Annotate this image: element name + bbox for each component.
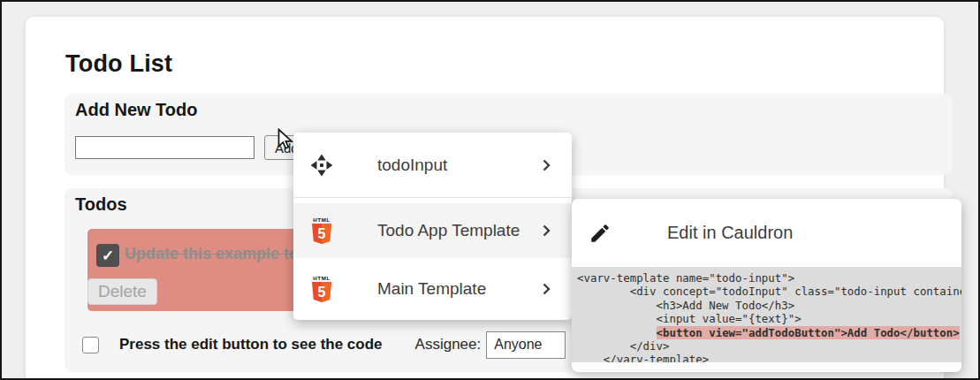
svg-text:5: 5 [318,226,326,241]
chevron-right-icon [538,157,554,173]
code-line: </varv-template> [577,353,961,362]
code-highlight: <button view="addTodoButton">Add Todo</b… [657,326,960,339]
context-menu: todoInput HTML 5 Todo App Template [293,133,572,320]
menu-item-edit-in-cauldron[interactable]: Edit in Cauldron [572,199,961,267]
chevron-right-icon [538,281,554,297]
template-code-preview: <varv-template name="todo-input"> <div c… [572,267,961,362]
menu-item-todo-input[interactable]: todoInput [293,133,572,197]
add-new-todo-heading: Add New Todo [75,100,198,120]
completed-todo-text: Update this example to t [125,245,308,263]
completed-todo-checkbox[interactable] [96,244,119,267]
menu-item-label: Edit in Cauldron [667,223,961,243]
svg-text:HTML: HTML [313,217,330,223]
code-line: <input value="{text}"> [577,312,961,325]
html5-icon: HTML 5 [307,274,337,304]
svg-text:5: 5 [318,285,326,300]
code-line-highlighted: <button view="addTodoButton">Add Todo</b… [577,326,961,339]
template-submenu: Edit in Cauldron <varv-template name="to… [572,199,961,372]
code-line: <varv-template name="todo-input"> [577,271,961,285]
code-line: </div> [577,339,961,353]
code-line: <div concept="todoInput" class="todo-inp… [577,285,961,298]
menu-item-main-template[interactable]: HTML 5 Main Template [293,258,572,319]
chevron-right-icon [538,223,554,239]
menu-item-todo-app-template[interactable]: HTML 5 Todo App Template [293,203,572,258]
delete-todo-button[interactable]: Delete [87,278,157,305]
pencil-icon [588,222,612,245]
page-title: Todo List [65,50,172,78]
assignee-label: Assignee: [415,336,482,353]
code-indent [577,326,657,339]
new-todo-input[interactable] [75,136,254,159]
menu-item-label: todoInput [377,156,538,175]
screenshot-frame: Todo List Add New Todo Add Todo Todos Up… [0,0,980,380]
menu-item-label: Main Template [377,279,538,299]
mouse-cursor [275,128,296,155]
assignee-select[interactable]: Anyone [486,331,566,359]
todos-heading: Todos [75,194,127,215]
html5-icon: HTML 5 [307,216,337,246]
code-line: <h3>Add New Todo</h3> [577,299,961,312]
pending-todo-text: Press the edit button to see the code [119,336,383,353]
svg-text:HTML: HTML [313,275,330,281]
concept-move-icon [307,152,337,179]
menu-item-label: Todo App Template [377,221,538,240]
pending-todo-checkbox[interactable] [82,337,99,353]
